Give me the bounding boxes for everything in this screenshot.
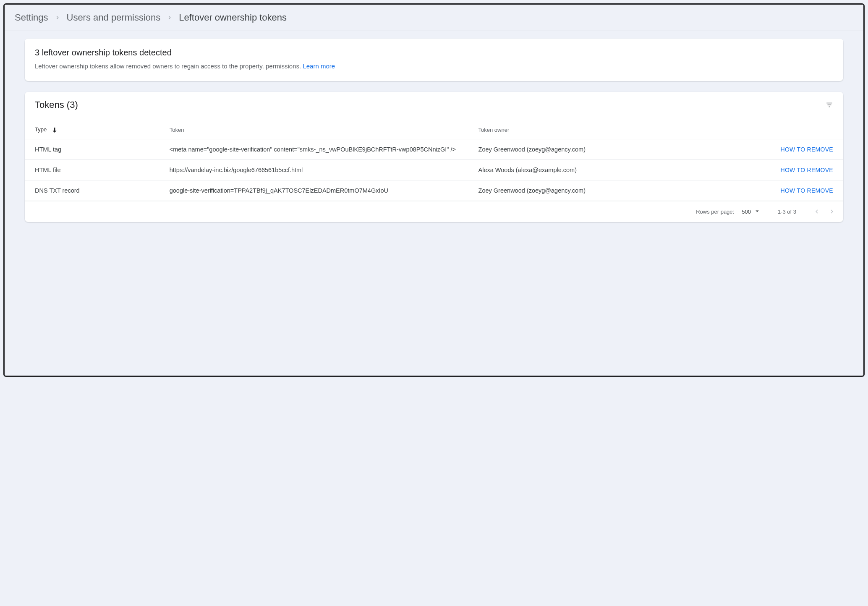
cell-token: https://vandelay-inc.biz/google6766561b5… <box>159 159 468 180</box>
how-to-remove-button[interactable]: HOW TO REMOVE <box>780 167 833 173</box>
cell-type: HTML tag <box>25 139 159 159</box>
dropdown-icon <box>753 207 761 216</box>
how-to-remove-button[interactable]: HOW TO REMOVE <box>780 187 833 194</box>
rows-per-page-label: Rows per page: <box>696 209 734 215</box>
cell-token: google-site-verification=TPPA2TBf9j_qAK7… <box>159 180 468 201</box>
cell-token: <meta name="google-site-verification" co… <box>159 139 468 159</box>
banner-title: 3 leftover ownership tokens detected <box>35 48 833 57</box>
chevron-right-icon <box>54 14 61 21</box>
tokens-table: Type Token Token owner HTML tag <meta na… <box>25 122 843 201</box>
banner-card: 3 leftover ownership tokens detected Lef… <box>25 39 843 81</box>
rows-per-page-value: 500 <box>742 209 751 215</box>
col-header-token[interactable]: Token <box>159 122 468 139</box>
col-header-type-label: Type <box>35 126 47 133</box>
pager: Rows per page: 500 1-3 of 3 <box>25 201 843 222</box>
table-row: HTML tag <meta name="google-site-verific… <box>25 139 843 159</box>
col-header-owner[interactable]: Token owner <box>468 122 706 139</box>
banner-body: Leftover ownership tokens allow removed … <box>35 62 833 71</box>
rows-per-page-select[interactable]: 500 <box>742 207 761 216</box>
pager-next-button[interactable] <box>828 208 836 215</box>
breadcrumb-users-permissions[interactable]: Users and permissions <box>67 12 161 23</box>
breadcrumb-settings[interactable]: Settings <box>15 12 48 23</box>
table-row: DNS TXT record google-site-verification=… <box>25 180 843 201</box>
learn-more-link[interactable]: Learn more <box>303 63 335 70</box>
filter-icon[interactable] <box>826 101 833 109</box>
tokens-card: Tokens (3) Type Token Token <box>25 92 843 222</box>
col-header-type[interactable]: Type <box>25 122 159 139</box>
cell-type: HTML file <box>25 159 159 180</box>
table-row: HTML file https://vandelay-inc.biz/googl… <box>25 159 843 180</box>
pager-prev-button[interactable] <box>813 208 821 215</box>
chevron-right-icon <box>166 14 173 21</box>
cell-owner: Alexa Woods (alexa@example.com) <box>468 159 706 180</box>
cell-owner: Zoey Greenwood (zoeyg@agency.com) <box>468 139 706 159</box>
how-to-remove-button[interactable]: HOW TO REMOVE <box>780 146 833 153</box>
banner-body-text: Leftover ownership tokens allow removed … <box>35 63 303 70</box>
arrow-down-icon <box>51 126 58 134</box>
pager-range: 1-3 of 3 <box>778 209 796 215</box>
breadcrumb-current: Leftover ownership tokens <box>179 12 287 23</box>
cell-owner: Zoey Greenwood (zoeyg@agency.com) <box>468 180 706 201</box>
tokens-heading: Tokens (3) <box>35 99 78 110</box>
breadcrumb: Settings Users and permissions Leftover … <box>15 12 853 23</box>
cell-type: DNS TXT record <box>25 180 159 201</box>
